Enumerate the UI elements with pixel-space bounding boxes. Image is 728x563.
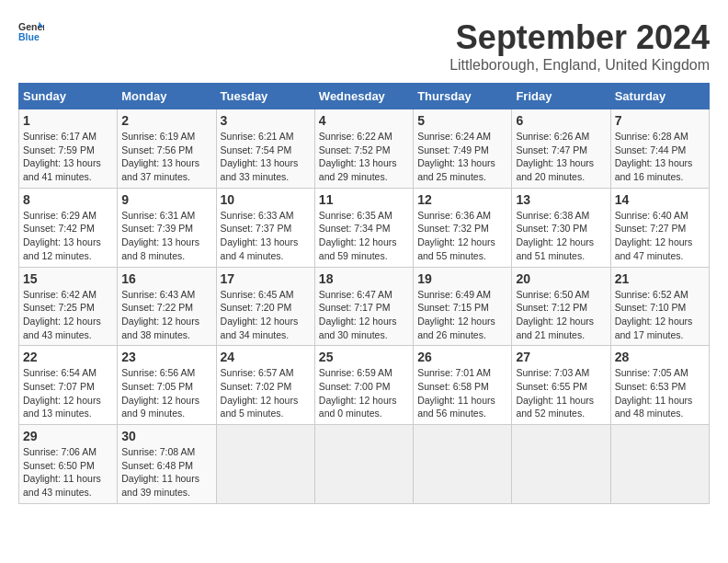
calendar-cell: 3Sunrise: 6:21 AMSunset: 7:54 PMDaylight… [216, 109, 314, 189]
day-header-friday: Friday [512, 84, 610, 109]
calendar-cell: 24Sunrise: 6:57 AMSunset: 7:02 PMDayligh… [216, 346, 314, 425]
calendar-cell: 17Sunrise: 6:45 AMSunset: 7:20 PMDayligh… [216, 267, 314, 346]
svg-text:Blue: Blue [18, 31, 40, 42]
calendar-cell [216, 425, 314, 504]
calendar-cell: 25Sunrise: 6:59 AMSunset: 7:00 PMDayligh… [314, 346, 413, 425]
calendar-cell [512, 425, 610, 504]
calendar-cell: 26Sunrise: 7:01 AMSunset: 6:58 PMDayligh… [414, 346, 512, 425]
calendar-cell: 30Sunrise: 7:08 AMSunset: 6:48 PMDayligh… [118, 425, 216, 504]
day-header-tuesday: Tuesday [216, 84, 314, 109]
calendar-cell: 13Sunrise: 6:38 AMSunset: 7:30 PMDayligh… [512, 188, 610, 267]
calendar-cell: 27Sunrise: 7:03 AMSunset: 6:55 PMDayligh… [512, 346, 610, 425]
day-header-saturday: Saturday [610, 84, 709, 109]
calendar-cell: 8Sunrise: 6:29 AMSunset: 7:42 PMDaylight… [19, 188, 118, 267]
calendar-cell [610, 425, 709, 504]
subtitle: Littleborough, England, United Kingdom [449, 57, 710, 74]
calendar-cell: 2Sunrise: 6:19 AMSunset: 7:56 PMDaylight… [118, 109, 216, 189]
calendar-cell: 23Sunrise: 6:56 AMSunset: 7:05 PMDayligh… [118, 346, 216, 425]
calendar-cell: 21Sunrise: 6:52 AMSunset: 7:10 PMDayligh… [610, 267, 709, 346]
calendar-cell: 18Sunrise: 6:47 AMSunset: 7:17 PMDayligh… [314, 267, 413, 346]
calendar-cell: 11Sunrise: 6:35 AMSunset: 7:34 PMDayligh… [314, 188, 413, 267]
logo: General Blue [18, 18, 44, 44]
calendar-cell: 15Sunrise: 6:42 AMSunset: 7:25 PMDayligh… [19, 267, 118, 346]
calendar-cell: 29Sunrise: 7:06 AMSunset: 6:50 PMDayligh… [19, 425, 118, 504]
calendar-cell: 1Sunrise: 6:17 AMSunset: 7:59 PMDaylight… [19, 109, 118, 189]
calendar-cell: 7Sunrise: 6:28 AMSunset: 7:44 PMDaylight… [610, 109, 709, 189]
calendar-cell [314, 425, 413, 504]
day-header-wednesday: Wednesday [314, 84, 413, 109]
calendar-cell: 10Sunrise: 6:33 AMSunset: 7:37 PMDayligh… [216, 188, 314, 267]
calendar-cell: 4Sunrise: 6:22 AMSunset: 7:52 PMDaylight… [314, 109, 413, 189]
calendar-cell: 9Sunrise: 6:31 AMSunset: 7:39 PMDaylight… [118, 188, 216, 267]
calendar-cell: 6Sunrise: 6:26 AMSunset: 7:47 PMDaylight… [512, 109, 610, 189]
calendar-cell [414, 425, 512, 504]
calendar-cell: 12Sunrise: 6:36 AMSunset: 7:32 PMDayligh… [414, 188, 512, 267]
calendar-cell: 5Sunrise: 6:24 AMSunset: 7:49 PMDaylight… [414, 109, 512, 189]
calendar-cell: 28Sunrise: 7:05 AMSunset: 6:53 PMDayligh… [610, 346, 709, 425]
calendar-cell: 19Sunrise: 6:49 AMSunset: 7:15 PMDayligh… [414, 267, 512, 346]
calendar-cell: 14Sunrise: 6:40 AMSunset: 7:27 PMDayligh… [610, 188, 709, 267]
day-header-monday: Monday [118, 84, 216, 109]
day-header-thursday: Thursday [414, 84, 512, 109]
month-title: September 2024 [449, 18, 710, 57]
calendar-cell: 16Sunrise: 6:43 AMSunset: 7:22 PMDayligh… [118, 267, 216, 346]
calendar-cell: 22Sunrise: 6:54 AMSunset: 7:07 PMDayligh… [19, 346, 118, 425]
day-header-sunday: Sunday [19, 84, 118, 109]
calendar-cell: 20Sunrise: 6:50 AMSunset: 7:12 PMDayligh… [512, 267, 610, 346]
